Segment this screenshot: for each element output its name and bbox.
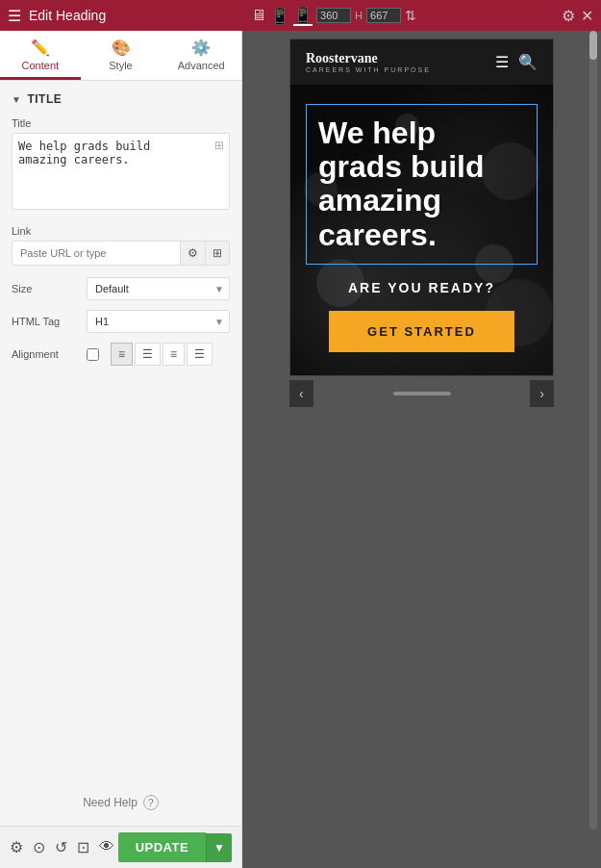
top-bar-left: ☰ Edit Heading <box>8 7 106 25</box>
title-field-label: Title <box>12 117 230 129</box>
size-field-row: Size Default Small Medium Large ▼ <box>12 277 230 300</box>
style-tab-icon: 🎨 <box>112 38 131 57</box>
canvas-scrollbar-track <box>589 31 597 830</box>
alignment-row: Alignment ≡ ☰ ≡ ☰ <box>12 343 230 366</box>
dimension-stepper[interactable]: ⇅ <box>405 8 416 23</box>
hero-title-box: We help grads build amazing careers. <box>306 104 538 265</box>
size-select[interactable]: Default Small Medium Large <box>87 277 230 300</box>
settings-icon[interactable]: ⚙ <box>562 7 575 25</box>
preview-logo: Roostervane <box>306 51 431 66</box>
alignment-checkbox[interactable] <box>87 348 99 361</box>
mobile-icon[interactable]: 📱 <box>293 6 313 26</box>
hero-title: We help grads build amazing careers. <box>318 116 525 252</box>
title-section-label: Title <box>27 92 62 106</box>
close-icon[interactable]: ✕ <box>581 7 593 25</box>
update-btn-wrap: UPDATE ▼ <box>118 832 232 862</box>
html-tag-select-wrap: H1 H2 H3 ▼ <box>87 310 230 333</box>
update-arrow-button[interactable]: ▼ <box>206 833 232 862</box>
alignment-buttons: ≡ ☰ ≡ ☰ <box>111 343 213 366</box>
device-frame: Roostervane CAREERS WITH PURPOSE ☰ 🔍 <box>289 38 554 376</box>
top-bar-title: Edit Heading <box>29 8 106 23</box>
canvas-scroll: Roostervane CAREERS WITH PURPOSE ☰ 🔍 <box>242 38 601 860</box>
hero-subtitle: ARE YOU READY? <box>306 280 538 295</box>
history-icon[interactable]: ↺ <box>55 838 67 856</box>
align-justify-btn[interactable]: ☰ <box>187 343 213 366</box>
help-icon[interactable]: ? <box>143 795 159 810</box>
responsive-icon[interactable]: ⊡ <box>77 838 89 856</box>
gear-icon[interactable]: ⚙ <box>10 838 23 856</box>
align-left-btn[interactable]: ≡ <box>111 343 133 366</box>
textarea-dynamic-icon[interactable]: ⊞ <box>214 139 224 152</box>
html-tag-label: HTML Tag <box>12 316 79 327</box>
style-tab-label: Style <box>109 60 132 71</box>
section-arrow-icon: ▼ <box>12 94 21 105</box>
preview-hero: We help grads build amazing careers. ARE… <box>290 85 553 375</box>
desktop-icon[interactable]: 🖥 <box>251 7 266 24</box>
size-select-wrap: Default Small Medium Large ▼ <box>87 277 230 300</box>
height-input[interactable] <box>366 8 401 23</box>
title-textarea-wrap: We help grads build amazing careers. ⊞ <box>12 133 230 214</box>
size-label: Size <box>12 283 79 294</box>
link-dynamic-btn[interactable]: ⊞ <box>205 242 229 265</box>
tablet-icon[interactable]: 📱 <box>270 7 289 25</box>
link-section: Link ⚙ ⊞ <box>12 225 230 266</box>
canvas-bottom-scrollbar <box>393 392 451 396</box>
alignment-label: Alignment <box>12 348 79 360</box>
main-area: ✏️ Content 🎨 Style ⚙️ Advanced ▼ Title T… <box>0 31 601 868</box>
device-controls: 🖥 📱 📱 H ⇅ <box>251 6 416 26</box>
canvas-next-btn[interactable]: › <box>530 380 554 407</box>
width-input[interactable] <box>316 8 351 23</box>
preview-menu-icon: ☰ <box>495 53 509 71</box>
top-bar: ☰ Edit Heading 🖥 📱 📱 H ⇅ ⚙ ✕ <box>0 0 601 31</box>
top-bar-actions: ⚙ ✕ <box>562 7 593 25</box>
align-center-btn[interactable]: ☰ <box>135 343 161 366</box>
hamburger-icon[interactable]: ☰ <box>8 7 21 25</box>
need-help-section: Need Help ? <box>0 779 241 826</box>
tab-style[interactable]: 🎨 Style <box>81 31 162 80</box>
bottom-icons: ⚙ ⊙ ↺ ⊡ 👁 <box>10 838 114 856</box>
update-button[interactable]: UPDATE <box>118 832 206 862</box>
tab-bar: ✏️ Content 🎨 Style ⚙️ Advanced <box>0 31 241 81</box>
layers-icon[interactable]: ⊙ <box>33 838 45 856</box>
content-tab-label: Content <box>22 60 60 71</box>
tab-advanced[interactable]: ⚙️ Advanced <box>161 31 241 80</box>
html-tag-field-row: HTML Tag H1 H2 H3 ▼ <box>12 310 230 333</box>
height-label: H <box>355 10 363 21</box>
advanced-tab-icon: ⚙️ <box>191 38 211 57</box>
bottom-bar: ⚙ ⊙ ↺ ⊡ 👁 UPDATE ▼ <box>0 826 241 868</box>
eye-icon[interactable]: 👁 <box>99 838 114 856</box>
canvas-scrollbar-thumb[interactable] <box>589 31 597 60</box>
tab-content[interactable]: ✏️ Content <box>0 31 81 80</box>
link-input-wrap: ⚙ ⊞ <box>12 241 230 266</box>
panel-content: ▼ Title Title We help grads build amazin… <box>0 81 241 779</box>
link-settings-btn[interactable]: ⚙ <box>180 242 205 265</box>
canvas-prev-btn[interactable]: ‹ <box>289 380 313 407</box>
content-tab-icon: ✏️ <box>31 38 50 57</box>
hero-cta-button[interactable]: GET STARTED <box>329 311 514 352</box>
align-right-btn[interactable]: ≡ <box>163 343 185 366</box>
html-tag-select[interactable]: H1 H2 H3 <box>87 310 230 333</box>
advanced-tab-label: Advanced <box>178 60 225 71</box>
canvas-navigation: ‹ › <box>289 380 554 407</box>
title-textarea[interactable]: We help grads build amazing careers. <box>12 133 230 210</box>
preview-nav-icons: ☰ 🔍 <box>495 53 538 71</box>
canvas-area: Roostervane CAREERS WITH PURPOSE ☰ 🔍 <box>242 31 601 868</box>
title-section-header: ▼ Title <box>12 92 230 106</box>
need-help-label: Need Help <box>83 796 138 809</box>
link-input[interactable] <box>13 243 180 264</box>
preview-logo-sub: CAREERS WITH PURPOSE <box>306 66 431 73</box>
left-panel: ✏️ Content 🎨 Style ⚙️ Advanced ▼ Title T… <box>0 31 242 868</box>
link-label: Link <box>12 225 230 237</box>
preview-nav: Roostervane CAREERS WITH PURPOSE ☰ 🔍 <box>290 39 553 85</box>
preview-logo-wrap: Roostervane CAREERS WITH PURPOSE <box>306 51 431 73</box>
preview-search-icon: 🔍 <box>518 53 538 71</box>
